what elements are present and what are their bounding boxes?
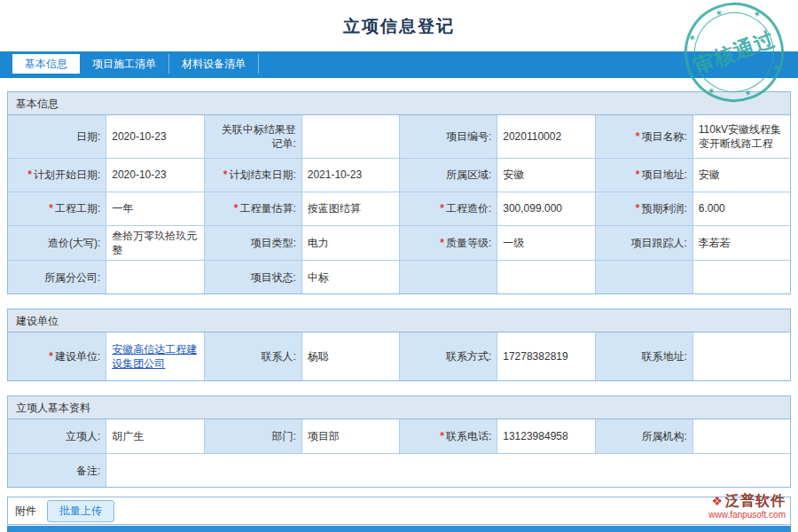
value-project-status: 中标 xyxy=(301,260,399,293)
label-project-status: 项目状态: xyxy=(204,260,301,293)
field-label: 立项人: xyxy=(66,429,100,443)
value-empty-2 xyxy=(692,260,790,293)
field-label: 备注: xyxy=(76,464,100,478)
field-label: 联系方式: xyxy=(446,349,491,364)
required-mark: * xyxy=(223,168,228,182)
field-label: 工程造价: xyxy=(446,201,491,215)
label-project-address: *项目地址: xyxy=(595,158,692,192)
label-department: 部门: xyxy=(204,419,301,453)
value-expected-profit: 6.000 xyxy=(692,192,790,225)
value-branch-company xyxy=(106,260,203,293)
construction-unit-link[interactable]: 安徽高信达工程建设集团公司 xyxy=(112,342,198,371)
required-mark: * xyxy=(636,129,640,144)
field-label: 预期利润: xyxy=(641,201,686,215)
field-label: 部门: xyxy=(271,429,295,443)
table-row: 所属分公司: 项目状态: 中标 xyxy=(8,260,790,293)
value-remark xyxy=(106,453,790,487)
required-mark: * xyxy=(440,236,444,250)
label-project-name: *项目名称: xyxy=(595,115,692,158)
brand-name: 泛普软件 xyxy=(725,493,786,508)
required-mark: * xyxy=(49,201,53,215)
field-label: 项目类型: xyxy=(250,236,295,250)
section-initiator-info: 立项人基本资料 立项人: 胡广生 部门: 项目部 *联系电话: 13123984… xyxy=(7,395,791,488)
label-project-cost: *工程造价: xyxy=(399,192,497,225)
label-related-bid-result: 关联中标结果登记单: xyxy=(204,115,301,158)
field-label: 工程量估算: xyxy=(239,201,295,215)
tab-material-equipment-list[interactable]: 材料设备清单 xyxy=(169,54,259,74)
field-label: 工程工期: xyxy=(55,201,100,215)
required-mark: * xyxy=(49,349,53,364)
value-project-tracker: 李若若 xyxy=(692,225,790,260)
field-label: 项目跟踪人: xyxy=(630,236,686,250)
label-cost-in-words: 造价(大写): xyxy=(8,225,106,260)
batch-upload-button[interactable]: 批量上传 xyxy=(47,500,114,522)
required-mark: * xyxy=(27,168,32,182)
label-empty-1 xyxy=(399,260,497,293)
field-label: 项目地址: xyxy=(641,168,686,182)
table-row: 造价(大写): 叁拾万零玖拾玖元整 项目类型: 电力 *质量等级: 一级 项目跟… xyxy=(8,225,790,260)
label-organization: 所属机构: xyxy=(595,419,692,453)
label-contact-address: 联系地址: xyxy=(595,332,692,380)
label-construction-unit: *建设单位: xyxy=(8,332,106,380)
value-empty-1 xyxy=(497,260,594,293)
value-related-bid-result xyxy=(301,115,399,158)
form-content: 基本信息 日期: 2020-10-23 关联中标结果登记单: 项目编号: 202… xyxy=(7,91,791,525)
value-project-name: 110kV安徽线程集变开断线路工程 xyxy=(692,115,790,158)
value-project-cost: 300,099.000 xyxy=(497,192,594,225)
attachments-label: 附件 xyxy=(15,504,36,519)
label-contact-person: 联系人: xyxy=(204,332,301,380)
section-construction-unit: 建设单位 *建设单位: 安徽高信达工程建设集团公司 联系人: 杨聪 联系方式: … xyxy=(7,309,791,381)
label-project-number: 项目编号: xyxy=(399,115,497,158)
value-construction-unit: 安徽高信达工程建设集团公司 xyxy=(106,332,203,380)
value-quality-grade: 一级 xyxy=(497,225,594,260)
value-quantity-estimate: 按蓝图结算 xyxy=(301,192,399,225)
label-expected-profit: *预期利润: xyxy=(595,192,692,225)
label-empty-2 xyxy=(595,260,692,293)
page-title: 立项信息登记 xyxy=(0,0,798,38)
section-header-initiator-info: 立项人基本资料 xyxy=(8,396,790,419)
field-label: 关联中标结果登记单: xyxy=(212,122,296,151)
table-row: 备注: xyxy=(8,453,790,487)
field-label: 日期: xyxy=(76,129,100,144)
required-mark: * xyxy=(234,201,239,215)
brand-url[interactable]: www.fanpusoft.com xyxy=(708,510,786,521)
label-contact-phone: *联系电话: xyxy=(399,419,497,453)
field-label: 所属机构: xyxy=(641,429,686,443)
tab-basic-info[interactable]: 基本信息 xyxy=(12,54,80,74)
value-contact-person: 杨聪 xyxy=(301,332,399,380)
field-label: 造价(大写): xyxy=(48,236,100,250)
value-contact-phone: 13123984958 xyxy=(497,419,594,453)
value-planned-start-date: 2020-10-23 xyxy=(106,158,203,192)
label-project-type: 项目类型: xyxy=(204,225,301,260)
value-project-address: 安徽 xyxy=(692,158,790,192)
table-row: *工程工期: 一年 *工程量估算: 按蓝图结算 *工程造价: 300,099.0… xyxy=(8,192,790,225)
section-header-construction-unit: 建设单位 xyxy=(8,309,790,332)
label-remark: 备注: xyxy=(8,453,106,487)
label-planned-end-date: *计划结束日期: xyxy=(204,158,301,192)
field-label: 建设单位: xyxy=(55,349,100,364)
table-row: *计划开始日期: 2020-10-23 *计划结束日期: 2021-10-23 … xyxy=(8,158,790,192)
label-quantity-estimate: *工程量估算: xyxy=(204,192,301,225)
required-mark: * xyxy=(440,429,444,443)
bottom-bar xyxy=(7,526,791,532)
field-label: 项目名称: xyxy=(641,129,686,144)
value-project-type: 电力 xyxy=(301,225,399,260)
label-region: 所属区域: xyxy=(399,158,497,192)
value-region: 安徽 xyxy=(497,158,594,192)
required-mark: * xyxy=(440,201,444,215)
value-contact-address xyxy=(692,332,790,380)
field-label: 联系地址: xyxy=(641,349,686,364)
section-header-basic-info: 基本信息 xyxy=(8,92,790,115)
section-basic-info: 基本信息 日期: 2020-10-23 关联中标结果登记单: 项目编号: 202… xyxy=(7,91,791,294)
label-date: 日期: xyxy=(8,115,106,158)
label-quality-grade: *质量等级: xyxy=(399,225,497,260)
label-project-duration: *工程工期: xyxy=(8,192,106,225)
tab-bar: 基本信息 项目施工清单 材料设备清单 xyxy=(0,51,798,78)
basic-info-table: 日期: 2020-10-23 关联中标结果登记单: 项目编号: 20201100… xyxy=(8,115,790,293)
field-label: 联系人: xyxy=(261,349,295,364)
value-planned-end-date: 2021-10-23 xyxy=(301,158,399,192)
field-label: 计划结束日期: xyxy=(229,168,295,182)
value-organization xyxy=(692,419,790,453)
tab-project-construction-list[interactable]: 项目施工清单 xyxy=(80,54,169,74)
value-project-duration: 一年 xyxy=(106,192,203,225)
